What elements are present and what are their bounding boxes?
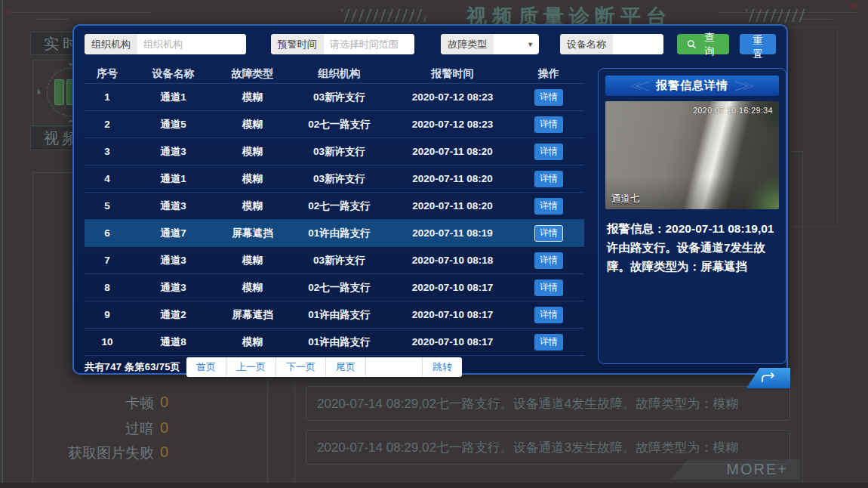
cell-no: 3 [85,146,130,157]
last-page-button[interactable]: 尾页 [326,357,366,377]
alarm-detail-message: 报警信息：2020-07-11 08:19,01许由路支行。设备通道7发生故障。… [607,219,777,276]
table-row[interactable]: 10通道8模糊01许由路支行2020-07-10 08:17详情 [85,329,584,356]
cell-action: 详情 [515,144,583,160]
cell-alarm-time: 2020-07-10 08:17 [390,336,515,347]
background-stat-row: 过暗0 [33,419,267,439]
cell-action: 详情 [515,171,583,187]
stat-value: 0 [160,394,168,411]
detail-button[interactable]: 详情 [534,225,563,242]
gauge-arrow-icon [38,89,44,95]
cell-fault-type: 模糊 [217,145,288,159]
page-jump-input[interactable] [366,357,423,377]
cell-device-name: 通道3 [130,281,217,295]
alarm-time-filter: 预警时间 [271,34,415,54]
cell-device-name: 通道8 [130,335,217,349]
header-fault-type: 故障类型 [217,67,288,81]
detail-button[interactable]: 详情 [534,198,563,215]
table-row[interactable]: 4通道1模糊03新许支行2020-07-11 08:20详情 [85,165,584,193]
detail-button[interactable]: 详情 [534,171,563,187]
search-button-label: 查询 [700,31,719,58]
jump-button[interactable]: 跳转 [423,357,462,377]
cell-no: 4 [85,173,130,184]
cell-no: 10 [85,336,130,347]
cell-org: 03新许支行 [288,172,390,186]
chevron-left-decoration [624,81,650,91]
cell-no: 7 [85,255,130,266]
cell-fault-type: 模糊 [217,281,288,295]
alarm-table-header: 序号 设备名称 故障类型 组织机构 报警时间 操作 [85,64,584,84]
alarm-list-modal: 组织机构 预警时间 故障类型 ▼ 设备名称 查询 重置 序号 [72,24,788,375]
cell-fault-type: 屏幕遮挡 [217,227,288,240]
corner-square-decoration [5,9,10,14]
first-page-button[interactable]: 首页 [186,357,226,377]
org-filter-label: 组织机构 [85,34,137,54]
cell-org: 01许由路支行 [288,227,390,240]
detail-button[interactable]: 详情 [534,280,563,296]
alarm-detail-panel: 报警信息详情 2020 07 10 16:29:34 通道七 报警信息：2020… [598,68,786,364]
alarm-detail-title-bar: 报警信息详情 [605,76,779,96]
pagination-bar: 共有747 条第63/75页 首页 上一页 下一页 尾页 跳转 [85,357,584,377]
time-range-input[interactable] [324,34,415,54]
cell-action: 详情 [515,116,583,133]
table-row[interactable]: 8通道3模糊02七一路支行2020-07-10 08:17详情 [85,274,584,301]
prev-page-button[interactable]: 上一页 [226,357,276,377]
table-row[interactable]: 3通道3模糊03新许支行2020-07-11 08:20详情 [85,138,584,165]
stat-value: 0 [160,443,168,461]
org-filter: 组织机构 [85,34,246,54]
cell-no: 8 [85,282,130,293]
snapshot-channel-label: 通道七 [611,193,640,205]
cell-no: 9 [85,309,130,320]
fault-type-filter-label: 故障类型 [441,34,494,54]
cell-no: 2 [85,119,130,130]
alarm-detail-title: 报警信息详情 [656,79,728,93]
cell-alarm-time: 2020-07-10 08:18 [390,255,515,266]
cell-fault-type: 屏幕遮挡 [217,308,288,322]
search-button[interactable]: 查询 [677,34,729,54]
cell-org: 02七一路支行 [288,281,390,295]
device-name-input[interactable] [613,34,663,54]
detail-button[interactable]: 详情 [534,334,563,351]
header-alarm-time: 报警时间 [390,67,515,81]
cell-device-name: 通道3 [130,145,217,159]
table-row[interactable]: 9通道2屏幕遮挡01许由路支行2020-07-10 08:17详情 [85,301,584,329]
alarm-time-filter-label: 预警时间 [271,34,324,54]
cell-alarm-time: 2020-07-11 08:20 [390,173,515,184]
detail-button[interactable]: 详情 [534,116,563,133]
cell-alarm-time: 2020-07-11 08:20 [390,146,515,157]
reset-button[interactable]: 重置 [740,34,776,54]
org-input[interactable] [137,34,246,54]
top-left-bracket-decoration [35,10,75,20]
table-row[interactable]: 5通道3模糊02七一路支行2020-07-11 08:20详情 [85,193,584,220]
cell-action: 详情 [515,307,583,323]
detail-button[interactable]: 详情 [534,144,563,160]
cell-fault-type: 模糊 [217,91,288,104]
next-page-button[interactable]: 下一页 [276,357,326,377]
detail-button[interactable]: 详情 [534,307,563,323]
table-row[interactable]: 2通道5模糊02七一路支行2020-07-12 08:23详情 [85,111,584,138]
fault-type-select[interactable]: ▼ [494,34,539,54]
detail-button[interactable]: 详情 [534,89,563,106]
background-stat-row: 卡顿0 [33,394,267,413]
cell-alarm-time: 2020-07-12 08:23 [390,119,515,130]
cell-org: 03新许支行 [288,145,390,159]
detail-button[interactable]: 详情 [534,252,563,269]
cell-device-name: 通道1 [130,172,217,186]
chevron-right-decoration [734,81,760,91]
search-icon [687,39,696,49]
alarm-feed-item: 2020-07-14 08:29,02七一路支行。设备通道4发生故障。故障类型为… [306,386,790,421]
more-button[interactable]: MORE+ [670,459,800,480]
top-left-line-decoration [11,12,150,13]
title-slash-decoration [746,9,806,22]
filter-bar: 组织机构 预警时间 故障类型 ▼ 设备名称 查询 重置 [85,34,776,54]
table-row[interactable]: 1通道1模糊03新许支行2020-07-12 08:23详情 [85,84,584,111]
return-button[interactable] [746,368,790,388]
cell-fault-type: 模糊 [217,254,288,267]
table-row[interactable]: 6通道7屏幕遮挡01许由路支行2020-07-11 08:19详情 [85,220,584,247]
cell-fault-type: 模糊 [217,199,288,213]
cell-action: 详情 [515,252,583,269]
table-row[interactable]: 7通道3模糊03新许支行2020-07-10 08:18详情 [85,247,584,274]
cell-alarm-time: 2020-07-10 08:17 [390,309,515,320]
cell-device-name: 通道5 [130,118,217,131]
cell-alarm-time: 2020-07-11 08:19 [390,227,515,239]
pagination-summary: 共有747 条第63/75页 [85,360,180,374]
